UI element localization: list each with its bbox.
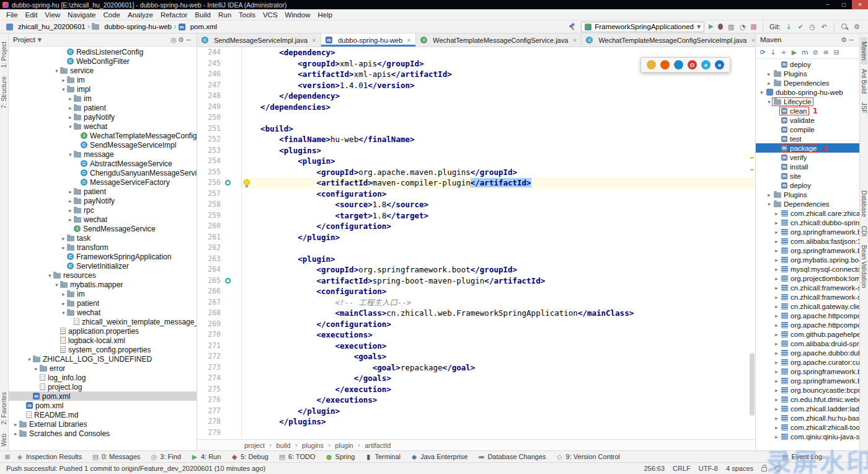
add-profile-icon[interactable]: + [780, 49, 787, 56]
maven-tree-item[interactable]: mtest [756, 134, 859, 143]
chevron-right-icon[interactable]: ▸ [773, 303, 780, 310]
chevron-right-icon[interactable]: ▸ [60, 77, 67, 83]
project-tree-item[interactable]: CSendMessageServiceImpl [9, 140, 197, 150]
chevron-right-icon[interactable]: ▸ [67, 114, 74, 120]
chevron-down-icon[interactable]: ▾ [53, 68, 60, 74]
toolwindow-button-6-todo[interactable]: ▤6: TODO [273, 451, 321, 462]
breadcrumb-item[interactable]: build [276, 442, 290, 449]
project-tree-item[interactable]: ▾mybatis.mapper [9, 280, 197, 289]
indent-setting[interactable]: 4 spaces [726, 465, 753, 472]
maven-tree-item[interactable]: mvalidate [756, 115, 859, 125]
code-line[interactable]: 256 <artifactId>maven-compiler-plugin</a… [197, 177, 755, 189]
toolwindow-tab-maven[interactable]: Maven [861, 37, 867, 65]
toolwindow-button-spring[interactable]: ●Spring [321, 451, 360, 462]
chevron-right-icon[interactable]: ▸ [773, 415, 780, 421]
toolwindow-button-database-changes[interactable]: ▬Database Changes [472, 451, 551, 462]
gutter[interactable]: 275 [197, 384, 242, 395]
code-line[interactable]: 253 <plugins> [197, 145, 755, 156]
code-line[interactable]: 273 <goal>repackage</goal> [197, 362, 755, 373]
scrollbar-thumb[interactable] [750, 353, 755, 416]
history-icon[interactable]: ◷ [808, 24, 816, 30]
coverage-icon[interactable]: ▥ [727, 24, 735, 30]
settings-gear-icon[interactable]: ⚙ [840, 37, 848, 43]
code-line[interactable]: 263 <plugin> [197, 254, 755, 265]
chevron-right-icon[interactable]: ▸ [773, 378, 780, 384]
chevron-right-icon[interactable]: ▸ [773, 238, 780, 244]
toolwindow-button-9-version-control[interactable]: ◇9: Version Control [551, 451, 625, 462]
maven-tree-item[interactable]: ▸mysql:mysql-connector-ja... [756, 264, 859, 274]
code-line[interactable]: 247 <version>1.4.01</version> [197, 80, 755, 91]
toolwindow-button-event-log[interactable]: ▤Event Log [776, 453, 827, 460]
chevron-down-icon[interactable]: ▾ [758, 89, 765, 96]
gutter[interactable]: 266 [197, 286, 242, 297]
chevron-down-icon[interactable]: ▾ [67, 151, 74, 158]
maven-tree-item[interactable]: mcompile [756, 125, 859, 134]
gutter[interactable]: 258 [197, 199, 242, 210]
execute-goal-icon[interactable]: m [801, 49, 808, 56]
gutter[interactable]: 273 [197, 362, 242, 373]
chevron-right-icon[interactable]: ▸ [12, 421, 19, 427]
locate-file-icon[interactable]: ◎ [170, 37, 177, 43]
gutter[interactable]: 279 [197, 427, 242, 439]
maven-tree-item[interactable]: ▸com.zhicall.ladder:ladde... [756, 404, 859, 413]
chevron-down-icon[interactable]: ▾ [60, 310, 67, 316]
code-line[interactable]: 269 </configuration> [197, 319, 755, 330]
gutter[interactable]: 245 [197, 58, 242, 69]
chevron-down-icon[interactable]: ▾ [46, 272, 53, 279]
project-tree-item[interactable]: ▾wechat [9, 308, 197, 317]
minimize-button[interactable]: ─ [820, 0, 836, 9]
project-tree-item[interactable]: CRedisListenerConfig [9, 47, 197, 56]
toolwindow-switcher-icon[interactable]: ⊞ [4, 454, 11, 460]
project-tree-item[interactable]: CMessageServiceFactory [9, 177, 197, 187]
maven-tree-item[interactable]: ▾Lifecycle [756, 97, 859, 106]
project-tree-item[interactable]: ▾wechat [9, 122, 197, 131]
maven-tree-item[interactable]: ▸com.qiniu:qiniu-java-sdk... [756, 432, 859, 441]
gutter[interactable]: 259 [197, 210, 242, 221]
gutter[interactable]: 244 [197, 47, 242, 58]
project-tree-item[interactable]: IWechatTemplateMessageConfigSe [9, 131, 197, 140]
project-tree-item[interactable]: CAbstractMessageService [9, 159, 197, 168]
toolwindow-button-java-enterprise[interactable]: ◆Java Enterprise [405, 451, 472, 462]
close-tab-icon[interactable]: ✕ [312, 37, 316, 43]
menu-item-build[interactable]: Build [191, 11, 215, 19]
toolwindow-button-inspection-results[interactable]: ◈Inspection Results [11, 451, 87, 462]
chevron-down-icon[interactable]: ▾ [60, 86, 67, 92]
chevron-right-icon[interactable]: ▸ [773, 341, 780, 347]
project-tree-item[interactable]: project.log [9, 382, 197, 391]
hide-panel-icon[interactable]: ─ [848, 37, 855, 43]
maven-tree-item[interactable]: mdeploy [756, 181, 859, 190]
toolwindow-tab-bean-validation[interactable]: Bean Validation [861, 241, 867, 292]
code-line[interactable]: 260 </configuration> [197, 221, 755, 232]
menu-item-view[interactable]: View [41, 11, 64, 19]
gutter[interactable]: 265 [197, 275, 242, 287]
code-line[interactable]: 279 [197, 427, 755, 439]
maven-tree-item[interactable]: ▸Plugins [756, 190, 859, 199]
menu-item-refactor[interactable]: Refactor [157, 11, 191, 19]
code-line[interactable]: 270 <executions> [197, 329, 755, 341]
project-tree-item[interactable]: mpom.xml [9, 391, 197, 401]
project-tree-item[interactable]: ▸External Libraries [9, 419, 197, 429]
gutter[interactable]: 267 [197, 297, 242, 308]
gutter[interactable]: 276 [197, 395, 242, 406]
project-tree-item[interactable]: ▸error [9, 364, 197, 373]
toolwindow-tab-ant-build[interactable]: Ant Build [861, 65, 867, 98]
settings-gear-icon[interactable]: ⚙ [853, 24, 861, 30]
code-line[interactable]: 258 <source>1.8</source> [197, 199, 755, 210]
project-tree-item[interactable]: ▸Scratches and Consoles [9, 429, 197, 438]
code-line[interactable]: 261 </plugin> [197, 232, 755, 243]
safari-icon[interactable] [674, 60, 683, 69]
line-separator[interactable]: CRLF [673, 465, 691, 472]
maven-tree-item[interactable]: ▸com.alibaba:druid-spring... [756, 339, 859, 348]
profiler-icon[interactable]: ◔ [739, 24, 746, 30]
gutter[interactable]: 261 [197, 232, 242, 243]
code-line[interactable]: 264 <groupId>org.springframework.boot</g… [197, 264, 755, 275]
chevron-right-icon[interactable]: ▸ [773, 359, 780, 365]
project-tree-item[interactable]: ▸patient [9, 187, 197, 196]
gutter[interactable]: 271 [197, 341, 242, 352]
gutter[interactable]: 247 [197, 80, 242, 91]
gutter[interactable]: 263 [197, 254, 242, 265]
chevron-right-icon[interactable]: ▸ [773, 220, 780, 226]
maximize-button[interactable]: ▢ [836, 0, 852, 9]
chevron-right-icon[interactable]: ▸ [12, 431, 19, 437]
menu-item-edit[interactable]: Edit [22, 11, 42, 19]
